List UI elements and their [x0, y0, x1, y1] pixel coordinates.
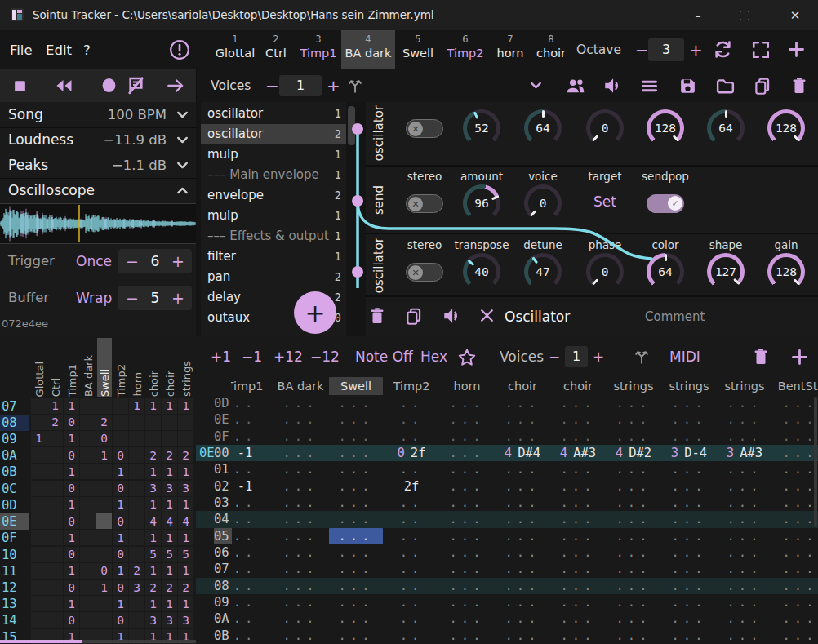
knob-gain[interactable]: 128 [767, 253, 805, 291]
pattern-cell-empty[interactable]: ... [328, 395, 384, 411]
pattern-cell-empty[interactable]: ... [717, 611, 772, 627]
pattern-cell-empty[interactable]: ... [606, 594, 661, 611]
pattern-cell-empty[interactable]: ... [273, 411, 328, 428]
order-cell[interactable] [47, 447, 63, 463]
pattern-cell-empty[interactable]: .. [217, 395, 273, 411]
order-cell[interactable] [31, 497, 47, 513]
minimize-button[interactable]: – [679, 0, 717, 30]
order-cell[interactable] [47, 596, 63, 611]
pattern-cell-empty[interactable]: ... [328, 429, 384, 445]
order-track-header-choir[interactable]: choir [146, 338, 161, 397]
order-cell[interactable]: 1 [113, 563, 128, 579]
order-cell[interactable]: 4 [162, 513, 177, 529]
users-icon[interactable] [565, 77, 586, 95]
pattern-cell-empty[interactable]: ... [495, 628, 550, 644]
order-cell[interactable] [31, 481, 47, 496]
fullscreen-icon[interactable] [751, 40, 771, 60]
pattern-cell-empty[interactable]: ... [328, 495, 384, 511]
pattern-cell-empty[interactable]: ... [772, 461, 818, 477]
unit-list-item-oscillator[interactable]: oscillator 2 [201, 124, 346, 144]
close-button[interactable]: ✕ [772, 0, 818, 30]
order-cell[interactable]: 1 [129, 398, 144, 414]
unit-list-item-filter[interactable]: filter 1 [201, 246, 346, 267]
pattern-cell-empty[interactable]: ... [495, 561, 550, 577]
pattern-cell-empty[interactable]: ... [717, 495, 772, 511]
pattern-cell-empty[interactable]: ... [661, 611, 717, 627]
pattern-cell-empty[interactable]: ... [550, 495, 606, 511]
order-cell[interactable]: 1 [145, 530, 161, 545]
order-cell[interactable] [96, 513, 112, 529]
trigger-mode-button[interactable]: Once [76, 248, 112, 274]
order-cell[interactable] [162, 431, 177, 446]
instrument-tab-timp2[interactable]: 6 Timp2 [441, 30, 490, 69]
pattern-track-header-strings-9[interactable]: strings [718, 377, 771, 395]
pattern-cell-empty[interactable]: .. [384, 411, 439, 428]
pattern-cell-empty[interactable]: ... [328, 611, 384, 627]
split-track-icon[interactable] [633, 348, 651, 366]
pattern-voices-decrement[interactable]: − [549, 336, 560, 377]
pattern-cell-empty[interactable]: ... [495, 594, 550, 611]
order-cell[interactable] [47, 547, 63, 562]
pattern-cell-empty[interactable]: ... [273, 429, 328, 445]
pattern-cell-empty[interactable]: ... [439, 561, 495, 577]
pattern-cell-empty[interactable]: ... [550, 478, 606, 495]
pattern-cell-empty[interactable]: ... [661, 395, 717, 411]
knob-transpose[interactable]: 40 [463, 253, 500, 291]
order-cell[interactable]: 3 [145, 612, 161, 628]
menu-item-help[interactable]: ? [83, 30, 91, 69]
order-cell[interactable]: 1 [178, 464, 193, 479]
volume-icon[interactable] [602, 77, 622, 95]
pattern-cell-empty[interactable]: ... [606, 478, 661, 495]
order-cell[interactable] [96, 464, 112, 479]
instrument-tab-choir[interactable]: 8 choir [531, 30, 571, 69]
order-cell[interactable] [31, 530, 47, 545]
order-cell[interactable]: 1 [145, 563, 161, 579]
pattern-cell-empty[interactable]: ... [495, 461, 550, 477]
pattern-track-header-ba-dark-1[interactable]: BA dark [273, 377, 327, 395]
pattern-cell-empty[interactable]: ... [550, 429, 606, 445]
order-scrollbar-thumb[interactable] [0, 640, 82, 643]
order-cell[interactable]: 0 [64, 612, 79, 628]
pattern-track-header-swell-2[interactable]: Swell [329, 377, 383, 395]
pattern-cell-empty[interactable]: ... [717, 429, 772, 445]
menu-icon[interactable] [640, 77, 659, 95]
order-cell[interactable] [96, 612, 112, 628]
panel-row-loudness[interactable]: Loudness −11.9 dB [0, 127, 196, 153]
order-cell[interactable]: 3 [129, 580, 144, 595]
pattern-cell-empty[interactable]: ... [439, 528, 495, 544]
order-cell[interactable]: 1 [162, 398, 177, 414]
transpose-button-plus12[interactable]: +12 [273, 336, 303, 377]
order-cell[interactable]: 1 [113, 596, 128, 611]
pattern-cell-empty[interactable]: .. [384, 429, 439, 445]
pattern-cell-empty[interactable]: ... [606, 511, 661, 527]
transpose-button-minus12[interactable]: −12 [310, 336, 340, 377]
pattern-cursor-cell[interactable]: ... [329, 528, 383, 544]
knob-color[interactable]: 64 [647, 253, 684, 291]
pattern-cell-empty[interactable]: ... [439, 628, 495, 644]
order-cell[interactable]: 1 [162, 596, 177, 611]
order-track-header-ba-dark[interactable]: BA dark [81, 338, 96, 397]
pattern-cell-empty[interactable]: ... [273, 628, 328, 644]
order-cell[interactable]: 3 [162, 612, 177, 628]
order-cell[interactable] [96, 398, 112, 414]
pattern-cell-empty[interactable]: ... [772, 411, 818, 428]
pattern-cell-empty[interactable]: ... [717, 561, 772, 577]
pattern-cell-empty[interactable]: ... [606, 578, 661, 594]
unit-list-item--Main-envelope[interactable]: ––– Main envelope 1 [201, 165, 346, 185]
pattern-cell-empty[interactable]: .. [217, 528, 273, 544]
order-cell[interactable] [129, 464, 144, 479]
order-cell[interactable]: 1 [96, 447, 112, 463]
transpose-button-minus1[interactable]: −1 [242, 336, 262, 377]
pattern-cell-empty[interactable]: ... [495, 511, 550, 527]
pattern-cell-empty[interactable]: .. [217, 544, 273, 561]
order-cell[interactable]: 2 [129, 563, 144, 579]
instrument-tab-timp1[interactable]: 3 Timp1 [296, 30, 341, 69]
order-cell[interactable] [80, 547, 96, 562]
pattern-cell-empty[interactable]: ... [273, 528, 328, 544]
voices-decrement[interactable]: − [265, 69, 279, 102]
chevron-down-icon[interactable] [174, 157, 191, 174]
pattern-cell-empty[interactable]: ... [606, 461, 661, 477]
pattern-cell-empty[interactable]: ... [772, 445, 818, 461]
order-cell[interactable] [145, 431, 161, 446]
order-cell[interactable] [31, 612, 47, 628]
